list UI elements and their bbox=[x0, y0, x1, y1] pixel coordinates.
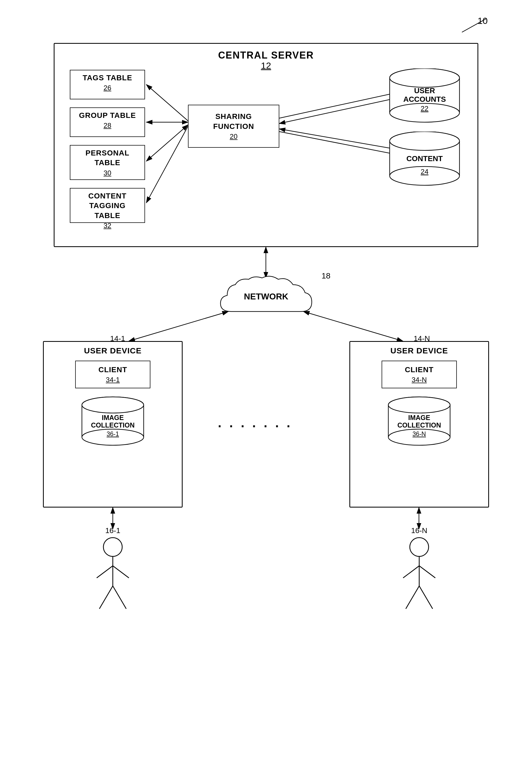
image-collection-1: IMAGE COLLECTION 36-1 bbox=[78, 396, 148, 451]
client-1-box: CLIENT 34-1 bbox=[75, 361, 150, 388]
person-n-ref: 16-N bbox=[376, 526, 462, 535]
svg-line-57 bbox=[97, 566, 113, 578]
user-accounts-db: USER ACCOUNTS 22 bbox=[386, 69, 463, 129]
user-device-1-ref: 14-1 bbox=[110, 334, 125, 343]
svg-text:ACCOUNTS: ACCOUNTS bbox=[403, 95, 446, 103]
person-n: 16-N bbox=[376, 526, 462, 617]
personal-table-label: PERSONALTABLE bbox=[76, 148, 139, 168]
svg-point-42 bbox=[82, 397, 144, 413]
tags-table-ref: 26 bbox=[76, 84, 139, 92]
svg-line-60 bbox=[113, 586, 126, 609]
svg-point-55 bbox=[103, 538, 122, 556]
svg-text:24: 24 bbox=[421, 168, 429, 176]
content-tagging-table-box: CONTENTTAGGING TABLE 32 bbox=[70, 188, 145, 223]
svg-text:NETWORK: NETWORK bbox=[244, 291, 288, 301]
content-tagging-ref: 32 bbox=[76, 222, 139, 230]
personal-table-ref: 30 bbox=[76, 169, 139, 177]
client-n-label: CLIENT bbox=[388, 365, 451, 375]
image-collection-n: IMAGE COLLECTION 36-N bbox=[384, 396, 454, 451]
network-ref-label: 18 bbox=[321, 271, 330, 281]
personal-table-box: PERSONALTABLE 30 bbox=[70, 145, 145, 180]
svg-text:COLLECTION: COLLECTION bbox=[398, 421, 441, 429]
svg-line-66 bbox=[419, 586, 433, 609]
svg-text:USER: USER bbox=[414, 87, 435, 95]
user-device-1-box: USER DEVICE CLIENT 34-1 IMAGE COLLECTION… bbox=[43, 341, 183, 507]
central-server-label: CENTRAL SERVER bbox=[0, 50, 532, 61]
tags-table-box: TAGS TABLE 26 bbox=[70, 70, 145, 99]
person-1: 16-1 bbox=[70, 526, 156, 617]
dots-separator: · · · · · · · bbox=[188, 419, 322, 434]
user-device-n-ref: 14-N bbox=[414, 334, 430, 343]
svg-text:36-1: 36-1 bbox=[106, 431, 119, 438]
tags-table-label: TAGS TABLE bbox=[76, 73, 139, 83]
svg-text:IMAGE: IMAGE bbox=[102, 414, 124, 421]
group-table-ref: 28 bbox=[76, 121, 139, 130]
diagram: 10 CENTRAL SERVER 12 TAGS TABLE 26 GROUP… bbox=[0, 0, 532, 764]
ref-10-label: 10 bbox=[477, 16, 488, 26]
sharing-function-ref: 20 bbox=[230, 132, 238, 141]
sharing-function-label: SHARINGFUNCTION bbox=[213, 112, 254, 131]
svg-line-64 bbox=[419, 566, 435, 578]
svg-point-61 bbox=[410, 538, 429, 556]
client-1-label: CLIENT bbox=[81, 365, 144, 375]
svg-line-58 bbox=[113, 566, 129, 578]
svg-point-33 bbox=[390, 131, 459, 150]
client-n-ref: 34-N bbox=[388, 376, 451, 384]
svg-line-63 bbox=[403, 566, 419, 578]
group-table-box: GROUP TABLE 28 bbox=[70, 107, 145, 137]
svg-point-51 bbox=[388, 397, 450, 413]
svg-text:36-N: 36-N bbox=[413, 431, 426, 438]
svg-line-59 bbox=[99, 586, 113, 609]
group-table-label: GROUP TABLE bbox=[76, 110, 139, 120]
svg-point-24 bbox=[390, 69, 459, 87]
client-n-box: CLIENT 34-N bbox=[382, 361, 457, 388]
svg-text:COLLECTION: COLLECTION bbox=[91, 421, 135, 429]
svg-text:IMAGE: IMAGE bbox=[408, 414, 430, 421]
svg-text:22: 22 bbox=[421, 104, 429, 112]
sharing-function-box: SHARINGFUNCTION 20 bbox=[188, 105, 279, 148]
user-device-n-title: USER DEVICE bbox=[350, 342, 488, 355]
user-device-n-box: USER DEVICE CLIENT 34-N IMAGE COLLECTION… bbox=[349, 341, 489, 507]
person-1-ref: 16-1 bbox=[70, 526, 156, 535]
network-area: NETWORK 18 bbox=[199, 274, 333, 323]
svg-line-65 bbox=[406, 586, 419, 609]
content-tagging-label: CONTENTTAGGING TABLE bbox=[76, 191, 139, 221]
svg-text:CONTENT: CONTENT bbox=[406, 154, 443, 163]
client-1-ref: 34-1 bbox=[81, 376, 144, 384]
content-db: CONTENT 24 bbox=[386, 131, 463, 192]
user-device-1-title: USER DEVICE bbox=[44, 342, 182, 355]
